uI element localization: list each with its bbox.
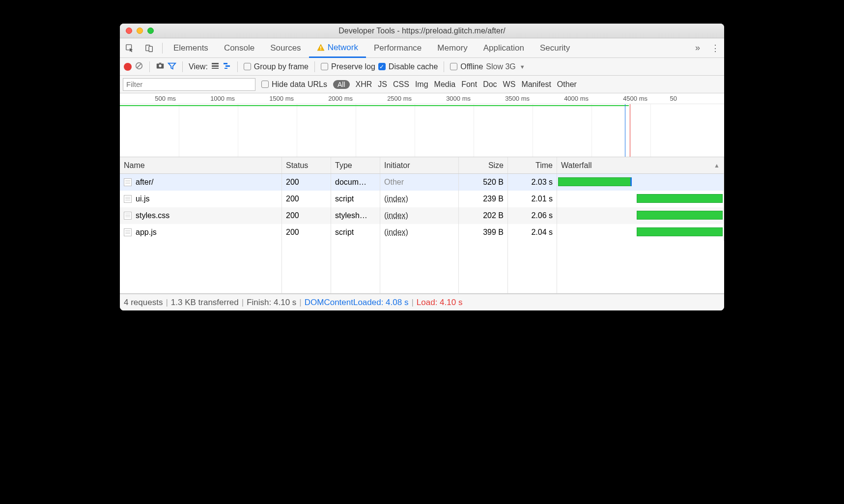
filter-icon[interactable]	[168, 61, 176, 72]
offline-checkbox[interactable]: Offline	[450, 62, 483, 71]
request-name: styles.css	[136, 211, 169, 220]
filter-doc[interactable]: Doc	[483, 80, 497, 89]
request-type: stylesh…	[331, 207, 380, 224]
record-button[interactable]	[124, 63, 132, 71]
divider	[162, 43, 163, 54]
table-header: Name Status Type Initiator Size Time Wat…	[120, 157, 724, 174]
settings-menu-button[interactable]: ⋮	[706, 43, 724, 54]
tab-console[interactable]: Console	[216, 38, 262, 57]
filter-row: Hide data URLs All XHR JS CSS Img Media …	[120, 76, 724, 93]
clear-button[interactable]	[135, 61, 143, 72]
table-row[interactable]: styles.css200stylesh…(index)202 B2.06 s	[120, 207, 724, 224]
svg-rect-3	[320, 46, 321, 49]
checkbox-icon	[321, 63, 328, 70]
main-tabbar: Elements Console Sources Network Perform…	[120, 38, 724, 58]
device-toolbar-icon[interactable]	[140, 38, 159, 57]
chevron-down-icon: ▼	[520, 64, 525, 70]
col-size[interactable]: Size	[459, 157, 508, 173]
request-status: 200	[282, 207, 331, 224]
filter-media[interactable]: Media	[434, 80, 456, 89]
tabs: Elements Console Sources Network Perform…	[166, 38, 578, 57]
inspect-element-icon[interactable]	[120, 38, 140, 57]
request-waterfall	[557, 224, 724, 241]
network-table: Name Status Type Initiator Size Time Wat…	[120, 157, 724, 294]
col-name[interactable]: Name	[120, 157, 282, 173]
domcontentloaded-marker	[625, 104, 625, 157]
request-time: 2.01 s	[508, 191, 557, 207]
filter-img[interactable]: Img	[415, 80, 428, 89]
svg-line-6	[137, 63, 141, 68]
table-row[interactable]: ui.js200script(index)239 B2.01 s	[120, 191, 724, 207]
file-icon	[124, 228, 132, 236]
filter-js[interactable]: JS	[378, 80, 387, 89]
svg-rect-4	[320, 49, 321, 50]
filter-all-button[interactable]: All	[333, 80, 350, 89]
svg-rect-14	[225, 65, 230, 67]
table-row[interactable]: app.js200script(index)399 B2.04 s	[120, 224, 724, 241]
request-waterfall	[557, 191, 724, 207]
col-initiator[interactable]: Initiator	[380, 157, 459, 173]
file-icon	[124, 212, 132, 220]
tab-application[interactable]: Application	[476, 38, 532, 57]
col-type[interactable]: Type	[331, 157, 380, 173]
status-bar: 4 requests | 1.3 KB transferred | Finish…	[120, 294, 724, 310]
svg-rect-11	[212, 65, 219, 67]
waterfall-view-icon[interactable]	[223, 61, 231, 72]
request-initiator[interactable]: (index)	[384, 211, 408, 220]
tab-memory[interactable]: Memory	[429, 38, 475, 57]
checkbox-icon	[244, 63, 251, 70]
load-marker	[630, 104, 630, 157]
svg-rect-15	[225, 68, 227, 69]
preserve-log-checkbox[interactable]: Preserve log	[321, 62, 375, 71]
tab-network-label: Network	[328, 43, 358, 53]
request-time: 2.04 s	[508, 224, 557, 241]
request-name: after/	[136, 178, 153, 187]
filter-other[interactable]: Other	[557, 80, 577, 89]
request-size: 520 B	[459, 174, 508, 191]
disable-cache-checkbox[interactable]: Disable cache	[378, 62, 438, 71]
status-requests: 4 requests	[124, 298, 163, 308]
tab-sources[interactable]: Sources	[262, 38, 309, 57]
tab-security[interactable]: Security	[532, 38, 578, 57]
capture-screenshots-icon[interactable]	[156, 61, 165, 72]
request-time: 2.03 s	[508, 174, 557, 191]
request-initiator[interactable]: (index)	[384, 228, 408, 237]
table-empty-area	[120, 241, 724, 293]
svg-rect-12	[212, 68, 219, 69]
request-waterfall	[557, 207, 724, 224]
tab-overflow-button[interactable]: »	[689, 43, 706, 53]
tab-network[interactable]: Network	[309, 38, 366, 58]
col-time[interactable]: Time	[508, 157, 557, 173]
tab-elements[interactable]: Elements	[166, 38, 216, 57]
svg-rect-13	[224, 63, 227, 64]
sort-asc-icon: ▲	[714, 162, 720, 169]
timeline-ticks: 500 ms 1000 ms 1500 ms 2000 ms 2500 ms 3…	[120, 93, 724, 104]
file-icon	[124, 195, 132, 203]
col-status[interactable]: Status	[282, 157, 331, 173]
filter-input[interactable]	[123, 78, 255, 91]
filter-font[interactable]: Font	[461, 80, 477, 89]
hide-data-urls-checkbox[interactable]: Hide data URLs	[261, 80, 327, 89]
throttling-select[interactable]: Slow 3G ▼	[486, 62, 525, 71]
large-rows-icon[interactable]	[211, 61, 220, 72]
filter-css[interactable]: CSS	[393, 80, 409, 89]
request-initiator[interactable]: Other	[384, 178, 404, 187]
status-finish: Finish: 4.10 s	[247, 298, 296, 308]
request-size: 399 B	[459, 224, 508, 241]
col-waterfall[interactable]: Waterfall ▲	[557, 157, 724, 173]
group-by-frame-checkbox[interactable]: Group by frame	[244, 62, 309, 71]
request-initiator[interactable]: (index)	[384, 195, 408, 203]
table-row[interactable]: after/200docum…Other520 B2.03 s	[120, 174, 724, 191]
filter-xhr[interactable]: XHR	[356, 80, 372, 89]
svg-marker-8	[159, 62, 161, 63]
tab-performance[interactable]: Performance	[366, 38, 429, 57]
filter-ws[interactable]: WS	[503, 80, 516, 89]
svg-point-9	[159, 64, 161, 67]
request-name: ui.js	[136, 195, 149, 203]
timeline-network-bar	[120, 105, 629, 106]
request-name: app.js	[136, 228, 157, 237]
request-size: 202 B	[459, 207, 508, 224]
filter-manifest[interactable]: Manifest	[521, 80, 551, 89]
devtools-window: Developer Tools - https://preload.glitch…	[120, 24, 724, 310]
timeline-overview[interactable]: 500 ms 1000 ms 1500 ms 2000 ms 2500 ms 3…	[120, 93, 724, 157]
